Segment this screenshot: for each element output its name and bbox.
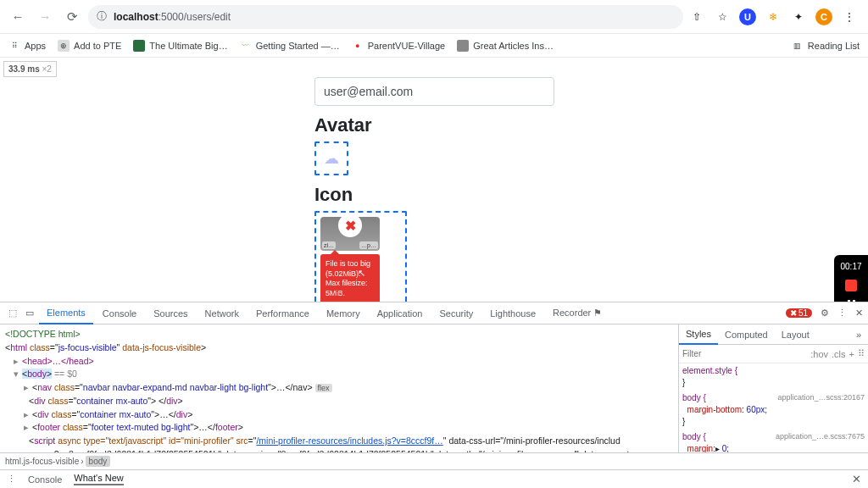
ext-1-icon[interactable]: U <box>739 8 756 25</box>
hov-toggle[interactable]: :hov <box>810 349 828 359</box>
drawer-toggle-icon[interactable]: ⋮ <box>7 474 16 485</box>
inspect-icon[interactable]: ⬚ <box>5 308 20 319</box>
drawer-close-icon[interactable]: ✕ <box>852 473 861 485</box>
computed-tab[interactable]: Computed <box>718 324 775 345</box>
tab-application[interactable]: Application <box>370 302 431 324</box>
bookmark-item[interactable]: 〰Getting Started —… <box>240 40 340 52</box>
icon-heading: Icon <box>314 184 554 206</box>
tab-elements[interactable]: Elements <box>39 302 93 324</box>
extensions-icon[interactable]: ✦ <box>790 8 807 25</box>
bookmark-item[interactable]: ⊕Add to PTE <box>58 40 121 52</box>
site-info-icon: ⓘ <box>97 9 107 24</box>
tab-lighthouse[interactable]: Lighthouse <box>482 302 543 324</box>
remove-file-button[interactable] <box>338 214 362 237</box>
new-style-icon[interactable]: + <box>849 349 854 359</box>
styles-menu-icon[interactable]: ⠿ <box>858 348 865 359</box>
styles-filter-input[interactable] <box>682 349 807 358</box>
reload-button[interactable]: ⟳ <box>61 6 83 28</box>
recorder-time: 00:17 <box>840 262 861 271</box>
ext-2-icon[interactable]: ❄ <box>765 8 782 25</box>
avatar-heading: Avatar <box>314 114 554 136</box>
tab-sources[interactable]: Sources <box>146 302 195 324</box>
icon-dropzone[interactable]: zi……p… File is too big (5.02MiB). Max fi… <box>314 211 407 310</box>
upload-error: File is too big (5.02MiB). Max filesize:… <box>320 254 380 304</box>
bookmark-item[interactable]: ●ParentVUE-Village <box>352 40 446 52</box>
mini-profiler-badge[interactable]: 33.9 ms ×2 <box>3 61 57 77</box>
url: localhost:5000/users/edit <box>114 11 231 23</box>
cloud-upload-icon: ☁ <box>324 149 339 168</box>
apps-shortcut[interactable]: ⠿Apps <box>8 40 46 52</box>
close-devtools-icon[interactable]: ✕ <box>855 308 863 319</box>
back-button[interactable]: ← <box>7 6 29 28</box>
tab-recorder[interactable]: Recorder ⚑ <box>545 302 609 324</box>
tab-security[interactable]: Security <box>431 302 481 324</box>
settings-icon[interactable]: ⚙ <box>821 308 829 319</box>
bookmark-item[interactable]: The Ultimate Big… <box>133 40 227 52</box>
stop-record-button[interactable] <box>845 280 857 291</box>
reading-list[interactable]: ▥Reading List <box>792 40 860 52</box>
layout-tab[interactable]: Layout <box>775 324 816 345</box>
more-icon[interactable]: ⋮ <box>837 308 847 319</box>
email-field[interactable] <box>314 77 554 106</box>
drawer-console-tab[interactable]: Console <box>28 474 62 485</box>
bookmark-item[interactable]: Great Articles Ins… <box>457 40 554 52</box>
tab-network[interactable]: Network <box>198 302 247 324</box>
share-icon[interactable]: ⇧ <box>688 8 705 25</box>
cls-toggle[interactable]: .cls <box>832 349 846 359</box>
tab-performance[interactable]: Performance <box>248 302 317 324</box>
menu-icon[interactable]: ⋮ <box>841 8 858 25</box>
forward-button[interactable]: → <box>34 6 56 28</box>
drawer-whatsnew-tab[interactable]: What's New <box>74 473 123 485</box>
omnibox[interactable]: ⓘ localhost:5000/users/edit <box>88 5 683 29</box>
styles-tab[interactable]: Styles <box>679 324 718 345</box>
star-icon[interactable]: ☆ <box>714 8 731 25</box>
avatar-dropzone[interactable]: ☁ <box>314 141 348 175</box>
error-count-badge[interactable]: ✖ 51 <box>786 308 812 318</box>
more-tabs-icon[interactable]: » <box>849 324 868 345</box>
tab-memory[interactable]: Memory <box>319 302 368 324</box>
tab-console[interactable]: Console <box>95 302 144 324</box>
device-toggle-icon[interactable]: ▭ <box>22 308 37 319</box>
dom-breadcrumb[interactable]: html.js-focus-visible › body <box>0 452 868 469</box>
dom-tree[interactable]: <!DOCTYPE html> <html class="js-focus-vi… <box>0 324 678 452</box>
profile-avatar[interactable]: C <box>815 8 832 25</box>
styles-rules[interactable]: element.style { } application_…scss:2016… <box>679 363 868 452</box>
